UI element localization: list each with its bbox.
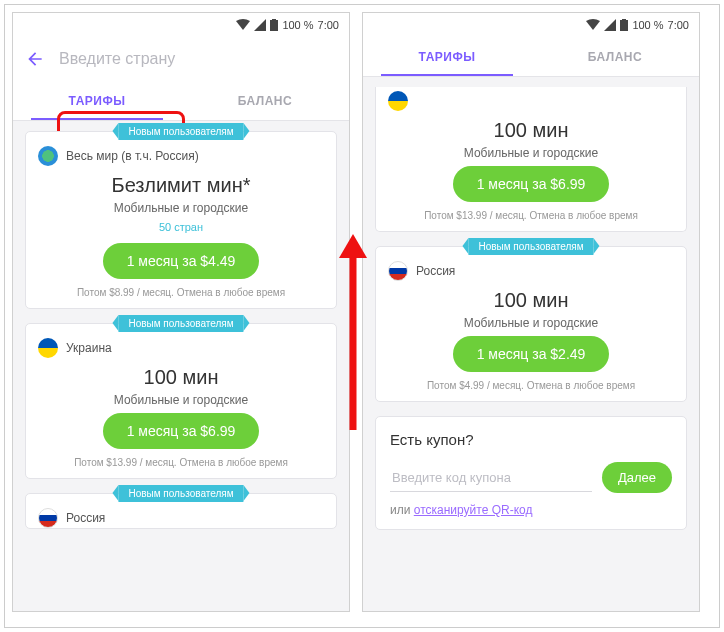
fine-print: Потом $13.99 / месяц. Отмена в любое вре…: [38, 457, 324, 468]
ribbon-new-users: Новым пользователям: [468, 238, 593, 255]
signal-icon: [254, 19, 266, 31]
coupon-title: Есть купон?: [390, 431, 672, 448]
plan-title: 100 мин: [388, 289, 674, 312]
plan-title: Безлимит мин*: [38, 174, 324, 197]
coupon-input[interactable]: [390, 464, 592, 492]
clock-text: 7:00: [668, 19, 689, 31]
flag-russia-icon: [38, 508, 58, 528]
fine-print: Потом $13.99 / месяц. Отмена в любое вре…: [388, 210, 674, 221]
status-bar: 100 % 7:00: [363, 13, 699, 37]
plan-sub: Мобильные и городские: [388, 316, 674, 330]
svg-rect-2: [620, 20, 628, 31]
buy-button[interactable]: 1 месяц за $6.99: [103, 413, 260, 449]
plan-sub: Мобильные и городские: [38, 393, 324, 407]
right-screen: 100 % 7:00 ТАРИФЫ БАЛАНС 100 мин Мобильн…: [362, 12, 700, 612]
svg-rect-3: [622, 19, 626, 20]
tabs: ТАРИФЫ БАЛАНС: [13, 81, 349, 121]
title-bar: Введите страну: [13, 37, 349, 81]
back-arrow-icon[interactable]: [25, 49, 45, 69]
countries-link[interactable]: 50 стран: [38, 221, 324, 233]
left-screen: 100 % 7:00 Введите страну ТАРИФЫ БАЛАНС …: [12, 12, 350, 612]
tariff-card: Новым пользователям Россия: [25, 493, 337, 529]
clock-text: 7:00: [318, 19, 339, 31]
fine-print: Потом $4.99 / месяц. Отмена в любое врем…: [388, 380, 674, 391]
country-label: Россия: [416, 264, 455, 278]
tariff-card: Новым пользователям Украина 100 мин Моби…: [25, 323, 337, 479]
wifi-icon: [236, 19, 250, 31]
ribbon-new-users: Новым пользователям: [118, 123, 243, 140]
tariff-card: Новым пользователям Весь мир (в т.ч. Рос…: [25, 131, 337, 309]
coupon-card: Есть купон? Далее или отсканируйте QR-ко…: [375, 416, 687, 530]
tariff-card: Новым пользователям Россия 100 мин Мобил…: [375, 246, 687, 402]
wifi-icon: [586, 19, 600, 31]
fine-print: Потом $8.99 / месяц. Отмена в любое врем…: [38, 287, 324, 298]
scan-qr-link[interactable]: отсканируйте QR-код: [414, 503, 533, 517]
svg-rect-1: [272, 19, 276, 20]
status-bar: 100 % 7:00: [13, 13, 349, 37]
tab-balance[interactable]: БАЛАНС: [531, 37, 699, 76]
flag-ukraine-icon: [38, 338, 58, 358]
coupon-next-button[interactable]: Далее: [602, 462, 672, 493]
tariff-list[interactable]: Новым пользователям Весь мир (в т.ч. Рос…: [13, 121, 349, 611]
battery-text: 100 %: [282, 19, 313, 31]
flag-ukraine-icon: [388, 91, 408, 111]
battery-icon: [620, 19, 628, 31]
tab-balance[interactable]: БАЛАНС: [181, 81, 349, 120]
battery-text: 100 %: [632, 19, 663, 31]
plan-sub: Мобильные и городские: [38, 201, 324, 215]
tariff-card-partial: 100 мин Мобильные и городские 1 месяц за…: [375, 87, 687, 232]
country-label: Весь мир (в т.ч. Россия): [66, 149, 199, 163]
flag-russia-icon: [388, 261, 408, 281]
buy-button[interactable]: 1 месяц за $4.49: [103, 243, 260, 279]
svg-rect-0: [270, 20, 278, 31]
tab-tariffs[interactable]: ТАРИФЫ: [363, 37, 531, 76]
plan-title: 100 мин: [38, 366, 324, 389]
globe-icon: [38, 146, 58, 166]
battery-icon: [270, 19, 278, 31]
country-label: Украина: [66, 341, 112, 355]
ribbon-new-users: Новым пользователям: [118, 315, 243, 332]
tariff-list[interactable]: 100 мин Мобильные и городские 1 месяц за…: [363, 77, 699, 611]
tabs: ТАРИФЫ БАЛАНС: [363, 37, 699, 77]
buy-button[interactable]: 1 месяц за $2.49: [453, 336, 610, 372]
country-search-input[interactable]: Введите страну: [59, 50, 337, 68]
buy-button[interactable]: 1 месяц за $6.99: [453, 166, 610, 202]
signal-icon: [604, 19, 616, 31]
plan-sub: Мобильные и городские: [388, 146, 674, 160]
country-label: Россия: [66, 511, 105, 525]
plan-title: 100 мин: [388, 119, 674, 142]
coupon-or-line: или отсканируйте QR-код: [390, 503, 672, 517]
ribbon-new-users: Новым пользователям: [118, 485, 243, 502]
tab-tariffs[interactable]: ТАРИФЫ: [13, 81, 181, 120]
